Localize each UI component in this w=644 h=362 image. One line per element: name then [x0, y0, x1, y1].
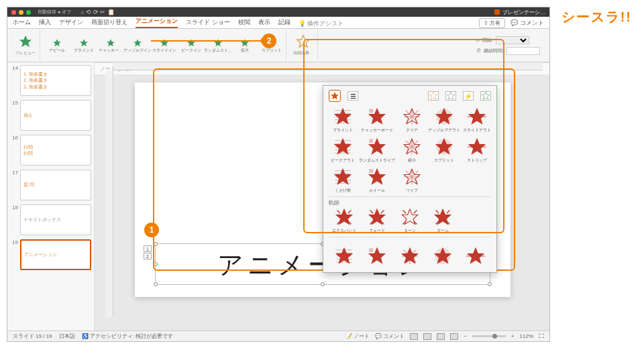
start-select[interactable] — [496, 36, 529, 44]
minimize-icon[interactable] — [19, 10, 23, 15]
svg-rect-40 — [369, 169, 373, 173]
reading-view-icon[interactable] — [437, 333, 445, 340]
tab-transitions[interactable]: 画面切り替え — [91, 18, 127, 28]
gallery-effect-extra-3[interactable] — [428, 247, 458, 265]
mac-titlebar: 自動保存 ● オフ ⌂ ⟲ ⟳ ✂ 📋 プレゼンテーシ… — [7, 7, 549, 17]
gallery-effect-ストリップ[interactable]: ストリップ — [463, 137, 491, 164]
sorter-view-icon[interactable] — [423, 333, 431, 340]
svg-marker-10 — [297, 36, 309, 47]
anim-tag-1[interactable]: 1 — [144, 245, 152, 252]
tell-me-search[interactable]: 操作アシスト — [307, 20, 343, 27]
slide-canvas[interactable]: 1 2 アニメーション ☰ — [135, 82, 511, 297]
gallery-effect-extra-1[interactable] — [362, 247, 392, 265]
svg-marker-15 — [335, 109, 350, 123]
effect-options-icon[interactable]: ☰ — [347, 91, 358, 101]
comments-button[interactable]: 💬 コメント — [511, 19, 544, 27]
autosave-toggle[interactable]: 自動保存 ● オフ — [38, 9, 71, 15]
gallery-effect-ピークアウト[interactable]: ピークアウト — [329, 137, 356, 164]
resize-handle[interactable] — [154, 242, 158, 246]
slide-editor[interactable]: 1 2 アニメーション ☰ — [95, 62, 549, 330]
document-title[interactable]: プレゼンテーシ… — [494, 9, 545, 16]
tab-home[interactable]: ホーム — [13, 18, 31, 28]
ruler-vertical — [105, 70, 113, 317]
gallery-effect-ターン[interactable]: ターン — [394, 208, 425, 234]
gallery-effect-チェッカーボード[interactable]: チェッカーボード — [359, 107, 395, 133]
selected-effect-icon[interactable] — [329, 90, 341, 102]
svg-marker-3 — [107, 39, 115, 46]
share-button[interactable]: ⇧ 共有 — [479, 18, 505, 28]
svg-marker-11 — [331, 92, 339, 99]
anim-tag-2[interactable]: 2 — [144, 253, 152, 259]
gallery-effect-ディゾルブアウト[interactable]: ディゾルブアウト — [428, 107, 460, 133]
add-animation-icon[interactable] — [480, 91, 491, 101]
gallery-effect-スプリット[interactable]: スプリット — [428, 137, 460, 164]
timing-group: ▷開始: ⏱継続時間: — [476, 36, 545, 55]
notes-toggle[interactable]: 📝 ノート — [345, 333, 370, 340]
language-status[interactable]: 日本語 — [59, 333, 75, 340]
gallery-effect-ズーム[interactable]: ズーム — [428, 208, 458, 234]
comments-toggle[interactable]: 💬 コメント — [375, 333, 405, 340]
gallery-effect-ランダムストライプ[interactable]: ランダムストライプ — [359, 137, 395, 164]
zoom-slider[interactable] — [472, 335, 506, 337]
gallery-effect-extra-2[interactable] — [394, 247, 425, 265]
duration-input[interactable] — [506, 47, 540, 55]
close-icon[interactable] — [11, 10, 16, 15]
maximize-icon[interactable] — [26, 10, 31, 15]
resize-handle[interactable] — [154, 262, 158, 266]
gallery-section-extra — [329, 237, 491, 245]
gallery-section-path: 軌跡 — [329, 196, 491, 206]
tab-view[interactable]: 表示 — [258, 18, 270, 28]
entrance-effect-0[interactable]: アピール — [47, 38, 67, 53]
svg-marker-14 — [482, 92, 490, 99]
duration-label: 継続時間: — [484, 48, 504, 54]
entrance-effect-2[interactable]: チェッカー… — [101, 38, 121, 53]
slideshow-view-icon[interactable] — [450, 333, 458, 340]
emphasis-group[interactable]: 強調効果… — [289, 31, 318, 60]
thumb-slide-19[interactable]: 19アニメーション — [10, 239, 91, 270]
svg-marker-26 — [469, 109, 484, 123]
tab-insert[interactable]: 挿入 — [39, 18, 51, 28]
animation-gallery-popover[interactable]: ☰ ⚡ ブラインドチェッカーボードクリアディゾルブアウトスライドアウトピークアウ… — [323, 85, 497, 273]
svg-marker-1 — [53, 39, 61, 46]
callout-badge-2: 2 — [262, 34, 276, 48]
gallery-effect-フェード[interactable]: フェード — [362, 208, 392, 234]
resize-handle[interactable] — [488, 282, 492, 286]
gallery-effect-ワイプ[interactable]: ワイプ — [398, 168, 425, 194]
quick-access-toolbar[interactable]: ⌂ ⟲ ⟳ ✂ 📋 — [80, 9, 114, 15]
tab-animations[interactable]: アニメーション — [136, 17, 178, 28]
lightning-icon[interactable]: ⚡ — [463, 91, 474, 101]
tab-design[interactable]: デザイン — [59, 18, 83, 28]
gallery-effect-extra-4[interactable] — [461, 247, 491, 265]
gallery-effect-くさび形[interactable]: くさび形 — [329, 168, 356, 194]
gallery-effect-extra-0[interactable] — [329, 247, 359, 265]
slide-thumbnail-panel[interactable]: 141. 箇条書き2. 箇条書き3. 箇条書き15揃え16行間行間17質 問18… — [7, 62, 95, 330]
entrance-effect-1[interactable]: ブラインド — [74, 38, 94, 53]
thumb-slide-15[interactable]: 15揃え — [10, 100, 91, 131]
resize-handle[interactable] — [321, 282, 325, 286]
slide-counter: スライド 19 / 19 — [13, 333, 52, 340]
gallery-effect-ブラインド[interactable]: ブラインド — [329, 107, 356, 133]
gallery-effect-エクスパンド[interactable]: エクスパンド — [329, 208, 359, 234]
gallery-effect-スライドアウト[interactable]: スライドアウト — [463, 107, 491, 133]
tab-record[interactable]: 記録 — [278, 18, 290, 28]
entrance-effect-3[interactable]: ディゾルブイン — [127, 38, 148, 53]
preview-star-icon — [18, 34, 33, 49]
zoom-value[interactable]: 112% — [520, 333, 533, 339]
gallery-effect-クリア[interactable]: クリア — [398, 107, 425, 133]
accessibility-status[interactable]: ♿ アクセシビリティ: 検討が必要です — [82, 333, 174, 340]
thumb-slide-17[interactable]: 17質 問 — [10, 170, 91, 200]
thumb-slide-14[interactable]: 141. 箇条書き2. 箇条書き3. 箇条書き — [10, 65, 91, 96]
tab-review[interactable]: 校閲 — [238, 18, 250, 28]
normal-view-icon[interactable] — [410, 333, 418, 340]
resize-handle[interactable] — [154, 282, 158, 286]
fit-window-icon[interactable]: ⛶ — [539, 333, 544, 339]
thumb-slide-18[interactable]: 18テキストボックス — [10, 204, 91, 235]
preview-group[interactable]: プレビュー — [11, 31, 40, 60]
emphasis-tab-icon[interactable] — [428, 91, 439, 101]
motion-tab-icon[interactable] — [445, 91, 456, 101]
tab-slideshow[interactable]: スライド ショー — [186, 18, 230, 28]
thumb-slide-16[interactable]: 16行間行間 — [10, 135, 91, 166]
emphasis-star-icon — [296, 34, 311, 49]
gallery-effect-縮小[interactable]: 縮小 — [398, 137, 425, 164]
gallery-effect-ホイール[interactable]: ホイール — [359, 168, 395, 194]
